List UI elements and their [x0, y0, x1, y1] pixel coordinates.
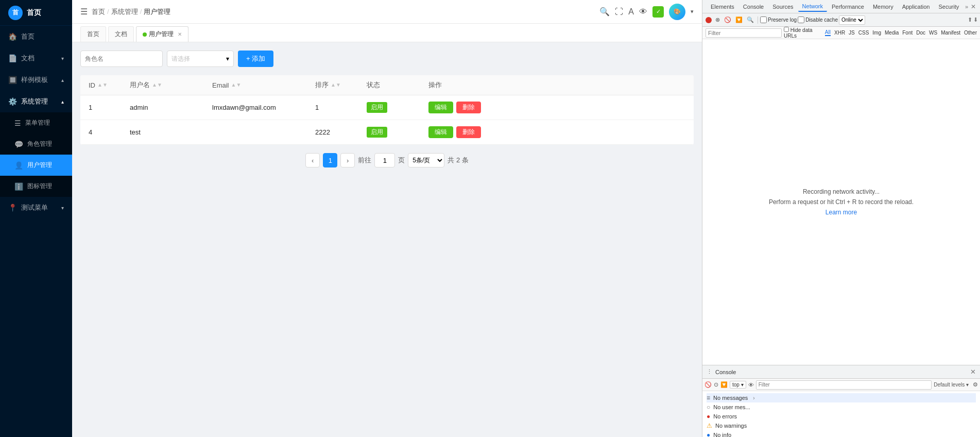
add-button[interactable]: + 添加 — [238, 51, 273, 67]
filter-all[interactable]: All — [825, 29, 831, 36]
breadcrumb-home[interactable]: 首页 — [92, 7, 105, 16]
top-header: ☰ 首页 / 系统管理 / 用户管理 🔍 ⛶ A 👁 ✓ 🎨 ▾ — [72, 0, 702, 24]
avatar-dropdown-icon[interactable]: ▾ — [691, 8, 694, 15]
goto-label: 前往 — [358, 156, 371, 165]
sidebar-item-user-mgmt[interactable]: 👤 用户管理 — [0, 155, 72, 176]
sidebar-item-test-menu[interactable]: 📍 测试菜单 ▾ — [0, 197, 72, 218]
console-item-info[interactable]: ● No info — [707, 430, 976, 437]
export-icon[interactable]: ⬇ — [973, 16, 978, 23]
preserve-log-checkbox[interactable] — [760, 16, 767, 23]
sidebar-item-home[interactable]: 🏠 首页 — [0, 26, 72, 47]
devtools-tab-security[interactable]: Security — [934, 2, 963, 11]
sidebar-item-icon-mgmt[interactable]: ℹ️ 图标管理 — [0, 176, 72, 197]
devtools-tab-performance[interactable]: Performance — [828, 2, 868, 11]
avatar[interactable]: 🎨 — [669, 4, 685, 20]
console-settings-icon[interactable]: ⚙ — [973, 381, 978, 388]
filter-media[interactable]: Media — [885, 30, 899, 36]
devtools-close-icon[interactable]: ✕ — [971, 3, 976, 10]
total-count: 共 2 条 — [448, 156, 468, 165]
console-item-errors[interactable]: ● No errors — [707, 412, 976, 421]
delete-button-1[interactable]: 删除 — [456, 102, 481, 113]
role-name-input[interactable] — [80, 51, 163, 67]
devtools-tab-elements[interactable]: Elements — [707, 2, 738, 11]
console-filter-input[interactable] — [756, 380, 932, 390]
filter-manifest[interactable]: Manifest — [941, 30, 960, 36]
edit-button-2[interactable]: 编辑 — [428, 126, 453, 138]
tab-home[interactable]: 首页 — [80, 26, 106, 42]
filter-css[interactable]: CSS — [858, 30, 869, 36]
sort-username-icon[interactable]: ▲▼ — [152, 82, 162, 88]
sort-email-icon[interactable]: ▲▼ — [231, 82, 242, 88]
filter-font[interactable]: Font — [902, 30, 913, 36]
sort-order-icon[interactable]: ▲▼ — [331, 82, 341, 88]
sort-id-icon[interactable]: ▲▼ — [97, 82, 108, 88]
search-network-icon[interactable]: 🔍 — [745, 16, 755, 24]
sidebar-item-role-mgmt[interactable]: 💬 角色管理 — [0, 133, 72, 155]
breadcrumb-sysadmin[interactable]: 系统管理 — [111, 7, 138, 16]
import-icon[interactable]: ⬆ — [968, 16, 972, 23]
filter-xhr[interactable]: XHR — [834, 30, 845, 36]
tab-close-icon[interactable]: ✕ — [178, 31, 182, 37]
console-item-warnings[interactable]: ⚠ No warnings — [707, 421, 976, 430]
console-item-user[interactable]: ○ No user mes... — [707, 402, 976, 412]
network-filter-input[interactable] — [706, 28, 782, 38]
console-top-select[interactable]: top ▾ — [730, 381, 746, 389]
eye-icon[interactable]: 👁 — [639, 7, 647, 16]
menu-toggle-button[interactable]: ☰ — [80, 7, 88, 16]
clear-button[interactable]: 🚫 — [723, 16, 733, 24]
page-1-button[interactable]: 1 — [323, 153, 337, 167]
preserve-log-label[interactable]: Preserve log — [760, 16, 797, 23]
tab-user-mgmt[interactable]: 用户管理 ✕ — [136, 26, 188, 42]
down-icon[interactable]: ✓ — [652, 6, 664, 18]
font-icon[interactable]: A — [628, 7, 634, 16]
filter-toggle[interactable]: 🔽 — [734, 16, 744, 24]
filter-doc[interactable]: Doc — [916, 30, 925, 36]
next-page-button[interactable]: › — [340, 153, 355, 167]
filter-other[interactable]: Other — [964, 30, 977, 36]
edit-button-1[interactable]: 编辑 — [428, 102, 453, 113]
expand-messages-icon[interactable]: › — [753, 395, 754, 401]
stop-button[interactable]: ⊗ — [714, 16, 721, 24]
delete-button-2[interactable]: 删除 — [456, 126, 481, 138]
filter-ws[interactable]: WS — [929, 30, 937, 36]
devtools-tab-application[interactable]: Application — [898, 2, 934, 11]
hide-data-urls-checkbox[interactable] — [784, 27, 789, 32]
tab-docs[interactable]: 文档 — [108, 26, 134, 42]
console-eye-icon[interactable]: 👁 — [748, 382, 754, 388]
disable-cache-label[interactable]: Disable cache — [798, 16, 838, 23]
devtools-tab-memory[interactable]: Memory — [869, 2, 898, 11]
table-row: 4 test 2222 启用 编辑 删除 — [80, 120, 694, 145]
console-clear-icon[interactable]: 🚫 — [704, 381, 712, 388]
filter-img[interactable]: Img — [872, 30, 881, 36]
status-select[interactable]: 请选择 ▾ — [167, 51, 234, 67]
network-learn-more-link[interactable]: Learn more — [826, 209, 857, 216]
console-item-messages[interactable]: ≡ No messages › — [707, 393, 976, 402]
console-default-levels[interactable]: Default levels ▾ — [934, 382, 969, 388]
goto-page-input[interactable] — [374, 153, 395, 167]
disable-cache-checkbox[interactable] — [798, 16, 804, 23]
expand-icon[interactable]: ⛶ — [615, 7, 623, 16]
per-page-select[interactable]: 5条/页 10条/页 20条/页 — [408, 153, 444, 167]
tab-active-dot — [143, 32, 147, 37]
search-icon[interactable]: 🔍 — [599, 7, 610, 16]
devtools-tab-network[interactable]: Network — [798, 2, 827, 12]
filter-bar: 请选择 ▾ + 添加 — [80, 51, 694, 67]
devtools-more-tabs[interactable]: » — [965, 4, 968, 10]
record-button[interactable] — [706, 17, 712, 23]
sidebar-item-menu-mgmt[interactable]: ☰ 菜单管理 — [0, 112, 72, 133]
prev-page-button[interactable]: ‹ — [305, 153, 320, 167]
sidebar-item-docs[interactable]: 📄 文档 ▾ — [0, 47, 72, 69]
console-close-button[interactable]: ✕ — [970, 368, 976, 376]
filter-js[interactable]: JS — [849, 30, 855, 36]
sidebar-item-sysadmin[interactable]: ⚙️ 系统管理 ▴ — [0, 91, 72, 112]
console-filter-icon[interactable]: 🔽 — [720, 381, 728, 388]
network-throttle-select[interactable]: Online — [839, 15, 865, 25]
console-options-icon[interactable]: ⋮ — [707, 368, 712, 375]
devtools-tab-sources[interactable]: Sources — [768, 2, 797, 11]
test-icon: 📍 — [8, 204, 17, 212]
sidebar-item-templates[interactable]: 🔲 样例模板 ▴ — [0, 69, 72, 91]
console-record-icon[interactable]: ⊙ — [714, 381, 718, 388]
devtools-tab-console[interactable]: Console — [739, 2, 768, 11]
console-topbar: ⋮ Console ✕ — [702, 365, 980, 379]
hide-data-urls-label[interactable]: Hide data URLs — [784, 27, 821, 39]
